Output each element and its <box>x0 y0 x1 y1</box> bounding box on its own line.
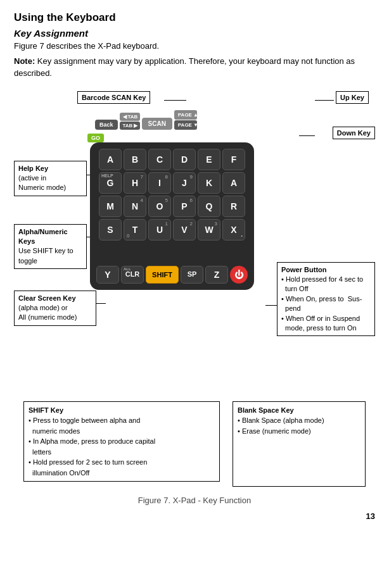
key-g[interactable]: HELP G <box>99 172 122 194</box>
power-item-3: • When Off or in Suspend mode, press to … <box>281 314 371 334</box>
alpha-numeric-annotation: Alpha/NumericKeys Use SHIFT key totoggle <box>14 224 87 270</box>
key-e[interactable]: E <box>198 149 220 170</box>
barcode-line <box>164 100 186 101</box>
note-line: Note: Key assignment may vary by applica… <box>14 56 375 80</box>
shift-item-1: • Press to toggle between alpha and nume… <box>29 415 215 436</box>
clearscreen-line <box>96 303 106 304</box>
power-button[interactable]: ⏻ <box>230 266 248 284</box>
key-z[interactable]: Z <box>205 266 228 284</box>
page-up-label: PAGE <box>178 112 192 118</box>
help-key-title: Help Key <box>18 164 82 173</box>
blank-space-item-1: • Blank Space (alpha mode) <box>238 415 360 426</box>
key-d[interactable]: D <box>173 149 196 170</box>
page-up-arrow: ▲ <box>193 112 198 118</box>
upkey-line <box>315 100 334 101</box>
keyboard-device: Back ◀ TAB TAB ▶ SCAN PAGE ▲ PAGE <box>90 110 254 290</box>
power-button-title: Power Button <box>281 265 371 275</box>
shift-item-2: • In Alpha mode, press to produce capita… <box>29 436 215 457</box>
tab-up-label: TAB <box>128 114 138 120</box>
shift-label: SHIFT <box>152 271 172 278</box>
key-p[interactable]: P6 <box>173 196 196 217</box>
key-grid-row1: A B C D E F HELP G H7 I8 J9 K A M N4 O <box>96 149 248 264</box>
page-title: Using the Keyboard <box>14 11 375 24</box>
key-b[interactable]: B <box>124 149 146 170</box>
page-dn-button[interactable]: PAGE ▼ <box>174 120 197 130</box>
key-t[interactable]: T0 <box>124 219 146 241</box>
key-m[interactable]: M <box>99 196 122 217</box>
key-sp[interactable]: SP <box>181 266 203 284</box>
go-button[interactable]: GO <box>87 134 104 142</box>
downkey-line <box>299 135 315 137</box>
alpha-numeric-desc: Use SHIFT key totoggle <box>18 246 82 266</box>
tab-button-group: ◀ TAB TAB ▶ <box>120 113 140 130</box>
blank-space-title: Blank Space Key <box>238 405 360 416</box>
blank-space-item-2: • Erase (numeric mode) <box>238 426 360 437</box>
diagram-area: Barcode SCAN Key Up Key Down Key Help Ke… <box>14 91 375 395</box>
note-label: Note: <box>14 56 35 66</box>
clear-screen-annotation: Clear Screen Key (alpha mode) orAll (num… <box>14 291 96 326</box>
key-w[interactable]: W3 <box>198 219 220 241</box>
tab-dn-button[interactable]: TAB ▶ <box>120 122 140 130</box>
key-k[interactable]: K <box>198 172 220 194</box>
figure-desc: Figure 7 describes the X-Pad keyboard. <box>14 41 375 51</box>
bottom-row: Y ALL CLR SHIFT SP Z ⏻ <box>96 266 248 284</box>
section-title: Key Assignment <box>14 28 375 39</box>
clear-screen-desc: (alpha mode) orAll (numeric mode) <box>18 303 92 323</box>
scan-button[interactable]: SCAN <box>142 118 172 130</box>
key-c[interactable]: C <box>148 149 171 170</box>
tab-up-button[interactable]: ◀ TAB <box>120 113 140 121</box>
keyboard-body: A B C D E F HELP G H7 I8 J9 K A M N4 O <box>90 142 254 290</box>
up-key-label: Up Key <box>336 91 369 104</box>
key-clr[interactable]: ALL CLR <box>121 266 144 284</box>
key-s[interactable]: S <box>99 219 122 241</box>
key-y[interactable]: Y <box>96 266 119 284</box>
power-icon: ⏻ <box>234 270 243 280</box>
all-label: ALL <box>124 267 131 271</box>
key-shift[interactable]: SHIFT <box>146 266 179 284</box>
page-dn-label: PAGE <box>178 122 192 128</box>
page-button-group: PAGE ▲ PAGE ▼ <box>174 110 197 130</box>
key-j[interactable]: J9 <box>173 172 196 194</box>
key-x[interactable]: X• <box>222 219 245 241</box>
help-label: HELP <box>101 173 113 178</box>
back-button[interactable]: Back <box>95 120 118 130</box>
shift-item-3: • Hold pressed for 2 sec to turn screen … <box>29 457 215 478</box>
key-o[interactable]: O5 <box>148 196 171 217</box>
key-h[interactable]: H7 <box>124 172 146 194</box>
key-n[interactable]: N4 <box>124 196 146 217</box>
clear-screen-title: Clear Screen Key <box>18 294 92 303</box>
key-v[interactable]: V2 <box>173 219 196 241</box>
shift-key-title: SHIFT Key <box>29 405 215 416</box>
key-u[interactable]: U1 <box>148 219 171 241</box>
note-text: Key assignment may vary by application. … <box>14 56 355 78</box>
power-button-annotation: Power Button • Hold pressed for 4 sec to… <box>277 262 375 337</box>
shift-key-annotation: SHIFT Key • Press to toggle between alph… <box>23 401 220 482</box>
power-line <box>265 305 277 306</box>
page-dn-arrow: ▼ <box>193 122 198 128</box>
power-item-1: • Hold pressed for 4 sec to turn Off <box>281 275 371 294</box>
key-r[interactable]: R <box>222 196 245 217</box>
page-up-button[interactable]: PAGE ▲ <box>174 110 197 120</box>
blank-space-annotation: Blank Space Key • Blank Space (alpha mod… <box>233 401 366 487</box>
help-key-desc: (active inNumeric mode) <box>18 173 82 193</box>
alpha-numeric-title: Alpha/NumericKeys <box>18 227 82 247</box>
key-q[interactable]: Q <box>198 196 220 217</box>
tab-dn-label: TAB <box>123 123 133 128</box>
tab-up-arrow: ◀ <box>123 114 127 120</box>
key-i[interactable]: I8 <box>148 172 171 194</box>
key-f[interactable]: F <box>222 149 245 170</box>
page-number: 13 <box>14 511 375 521</box>
help-key-annotation: Help Key (active inNumeric mode) <box>14 161 87 196</box>
power-item-2: • When On, press to Sus- pend <box>281 294 371 314</box>
figure-caption: Figure 7. X-Pad - Key Function <box>14 496 375 505</box>
tab-dn-arrow: ▶ <box>134 123 137 128</box>
bottom-annotations: SHIFT Key • Press to toggle between alph… <box>14 401 375 487</box>
down-key-label: Down Key <box>333 127 375 139</box>
key-a[interactable]: A <box>99 149 122 170</box>
key-a2[interactable]: A <box>222 172 245 194</box>
barcode-scan-key-label: Barcode SCAN Key <box>77 91 150 104</box>
